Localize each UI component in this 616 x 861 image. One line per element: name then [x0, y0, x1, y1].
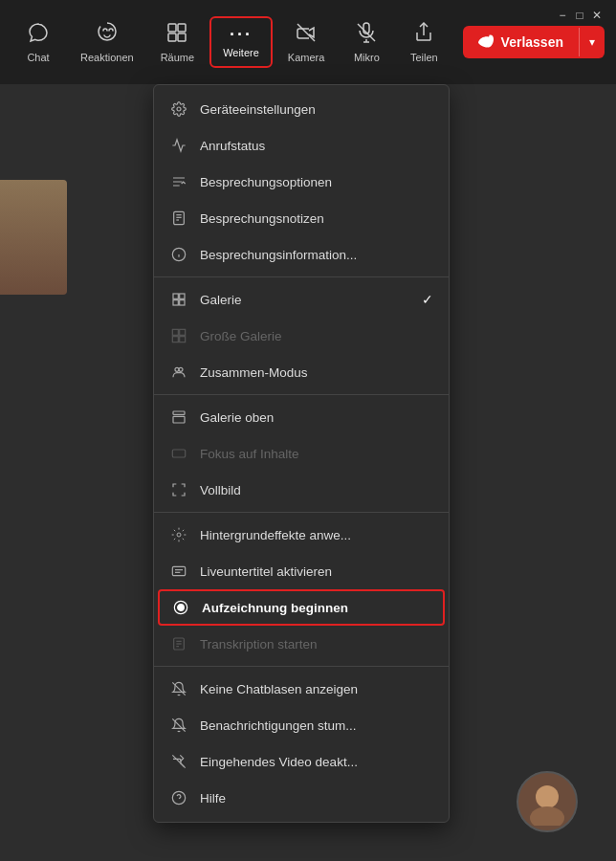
toolbar-item-teilen[interactable]: Teilen — [397, 13, 451, 71]
menu-item-besprechungsnot[interactable]: Besprechungsnotizen — [154, 200, 449, 236]
svg-rect-24 — [172, 329, 178, 335]
benachrichtigungen-icon — [169, 716, 188, 735]
verlassen-label: Verlassen — [501, 34, 563, 50]
menu-item-zusammen[interactable]: Zusammen-Modus — [154, 354, 449, 390]
svg-line-45 — [172, 755, 185, 767]
menu-item-liveuntertitel[interactable]: Liveuntertitel aktivieren — [154, 553, 449, 589]
besprechungsopt-icon — [169, 172, 188, 191]
menu-item-chatblasen[interactable]: Keine Chatblasen anzeigen — [154, 671, 449, 707]
phone-icon — [478, 33, 495, 51]
toolbar-item-kamera[interactable]: Kamera — [276, 13, 337, 71]
svg-rect-23 — [180, 300, 185, 305]
divider-3 — [154, 512, 449, 513]
hilfe-icon — [169, 788, 188, 807]
menu-geraete-label: Geräteeinstellungen — [200, 102, 433, 117]
dropdown-menu: Geräteeinstellungen Anrufstatus Besprech… — [153, 84, 450, 823]
menu-item-eingehendes[interactable]: Eingehendes Video deakt... — [154, 743, 449, 780]
toolbar: Chat Reaktionen Räume ··· Weitere — [0, 0, 616, 84]
galerie-checkmark: ✓ — [422, 292, 433, 307]
gear-icon — [169, 99, 188, 119]
menu-liveuntertitel-label: Liveuntertitel aktivieren — [200, 564, 433, 579]
svg-point-28 — [175, 367, 179, 371]
svg-rect-26 — [172, 337, 178, 342]
svg-rect-2 — [168, 33, 176, 41]
avatar-left — [0, 180, 67, 295]
toolbar-item-mikro[interactable]: Mikro — [340, 13, 393, 71]
menu-benachrichtigungen-label: Benachrichtigungen stum... — [200, 718, 433, 733]
menu-galerie-label: Galerie — [200, 293, 410, 307]
besprechungsnot-icon — [169, 209, 188, 228]
menu-eingehendes-label: Eingehendes Video deakt... — [200, 755, 433, 769]
svg-rect-27 — [180, 337, 186, 342]
menu-item-hilfe[interactable]: Hilfe — [154, 780, 449, 816]
chat-label: Chat — [27, 52, 49, 63]
kamera-label: Kamera — [288, 52, 325, 63]
menu-vollbild-label: Vollbild — [200, 483, 433, 497]
menu-item-galerie-oben[interactable]: Galerie oben — [154, 399, 449, 435]
anruf-icon — [169, 136, 188, 155]
svg-point-46 — [172, 791, 185, 804]
menu-item-hintergrund[interactable]: Hintergrundeffekte anwe... — [154, 517, 449, 553]
svg-rect-21 — [180, 294, 185, 298]
menu-item-fokus: Fokus auf Inhalte — [154, 435, 449, 472]
toolbar-item-reaktionen[interactable]: Reaktionen — [69, 13, 145, 71]
svg-point-29 — [179, 367, 183, 371]
menu-chatblasen-label: Keine Chatblasen anzeigen — [200, 682, 433, 696]
menu-hilfe-label: Hilfe — [200, 791, 433, 806]
grosse-galerie-icon — [169, 326, 188, 345]
reaktionen-label: Reaktionen — [80, 52, 134, 63]
chat-icon — [27, 21, 50, 48]
menu-item-anruf[interactable]: Anrufstatus — [154, 127, 449, 164]
svg-rect-25 — [180, 329, 186, 335]
svg-point-10 — [536, 785, 559, 808]
svg-rect-1 — [178, 24, 186, 32]
minimize-button[interactable]: − — [555, 8, 570, 23]
toolbar-item-weitere[interactable]: ··· Weitere — [209, 16, 273, 68]
svg-point-11 — [530, 806, 564, 826]
svg-point-33 — [177, 533, 181, 537]
menu-item-geraete[interactable]: Geräteeinstellungen — [154, 91, 449, 127]
verlassen-button[interactable]: Verlassen ▾ — [463, 26, 605, 58]
menu-fokus-label: Fokus auf Inhalte — [200, 447, 433, 461]
menu-item-besprechungsopt[interactable]: Besprechungsoptionen — [154, 164, 449, 200]
menu-item-besprechungsinfo[interactable]: Besprechungsinformation... — [154, 236, 449, 273]
close-button[interactable]: ✕ — [589, 8, 605, 23]
menu-item-transkription: Transkription starten — [154, 626, 449, 662]
menu-galerie-oben-label: Galerie oben — [200, 410, 433, 425]
menu-item-aufzeichnung[interactable]: Aufzeichnung beginnen — [158, 589, 445, 626]
zusammen-icon — [169, 363, 188, 382]
verlassen-main: Verlassen — [463, 26, 579, 58]
hintergrund-icon — [169, 525, 188, 544]
maximize-button[interactable]: □ — [572, 8, 587, 23]
svg-rect-32 — [172, 450, 185, 457]
toolbar-item-chat[interactable]: Chat — [11, 13, 65, 71]
svg-point-38 — [178, 605, 185, 611]
verlassen-chevron[interactable]: ▾ — [579, 28, 605, 56]
teilen-label: Teilen — [410, 52, 438, 63]
toolbar-item-raeume[interactable]: Räume — [149, 13, 206, 71]
teilen-icon — [412, 21, 435, 48]
transkription-icon — [169, 634, 188, 653]
menu-hintergrund-label: Hintergrundeffekte anwe... — [200, 528, 433, 542]
svg-rect-30 — [173, 411, 185, 414]
svg-rect-3 — [178, 33, 186, 41]
svg-rect-0 — [168, 24, 176, 32]
menu-anruf-label: Anrufstatus — [200, 139, 433, 153]
fokus-icon — [169, 444, 188, 463]
divider-1 — [154, 276, 449, 277]
mikro-label: Mikro — [354, 52, 380, 63]
title-bar: − □ ✕ — [543, 0, 616, 31]
svg-point-12 — [177, 107, 181, 111]
svg-rect-13 — [174, 211, 185, 224]
info-icon — [169, 245, 188, 264]
menu-item-vollbild[interactable]: Vollbild — [154, 472, 449, 508]
menu-item-benachrichtigungen[interactable]: Benachrichtigungen stum... — [154, 707, 449, 743]
raeume-label: Räume — [161, 52, 194, 63]
menu-item-grosse-galerie: Große Galerie — [154, 318, 449, 354]
menu-item-galerie[interactable]: Galerie ✓ — [154, 281, 449, 318]
reaktionen-icon — [96, 21, 119, 48]
mikro-icon — [355, 21, 378, 48]
menu-transkription-label: Transkription starten — [200, 637, 433, 651]
weitere-label: Weitere — [223, 47, 259, 58]
menu-zusammen-label: Zusammen-Modus — [200, 365, 433, 380]
